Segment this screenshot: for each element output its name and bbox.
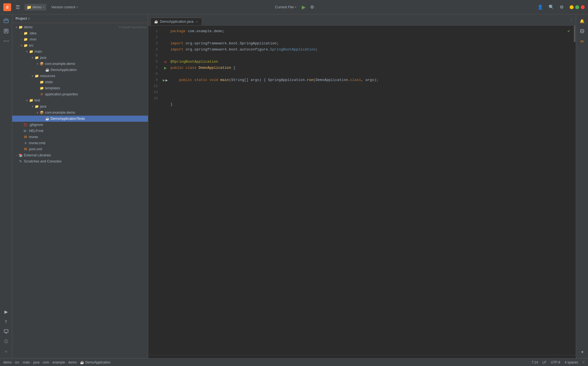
editor-tab-demo-application[interactable]: ☕ DemoApplication.java × [150, 18, 202, 25]
gutter-7[interactable]: ▶ [162, 65, 168, 71]
tree-item-extlibs[interactable]: › 📚 External Libraries [12, 152, 148, 158]
tree-item-com-example-demo-test[interactable]: ▼ 📦 com.example.demo [12, 110, 148, 116]
sidebar-icon-project[interactable] [2, 17, 11, 26]
tree-label-idea: .idea [29, 31, 147, 35]
hamburger-button[interactable]: ☰ [14, 3, 22, 11]
sidebar-right-maven[interactable]: m [578, 37, 587, 45]
encoding[interactable]: UTF-8 [551, 360, 560, 364]
tree-item-gitignore[interactable]: 🚫 .gitignore [12, 122, 148, 128]
breadcrumb-sep-3: › [31, 360, 32, 364]
gutter-3 [162, 40, 168, 47]
tree-label-mvnw: mvnw [29, 135, 147, 139]
tree-item-main[interactable]: ▼ 📁 main [12, 49, 148, 55]
breadcrumb-demo-application[interactable]: DemoApplication [85, 360, 110, 364]
minimize-button[interactable] [570, 5, 574, 9]
tree-label-static: static [45, 80, 147, 84]
line-gutter: ⊘ ▶ ▶ ▶ [162, 26, 168, 355]
tree-icon-static: 📁 [39, 80, 44, 84]
editor-hscrollbar[interactable] [148, 355, 576, 358]
sidebar-icon-more[interactable] [2, 37, 11, 45]
tree-arrow-com-example-demo: ▼ [36, 62, 39, 66]
run-button[interactable]: ▶ [301, 4, 307, 11]
tree-item-demo-application[interactable]: ☕ DemoApplication [12, 67, 148, 73]
version-control-dropdown-icon: ▾ [76, 6, 78, 9]
run-gutter-icon-9[interactable]: ▶ [163, 77, 165, 83]
code-content[interactable]: package com.example.demo; import org.spr… [168, 26, 576, 355]
breadcrumb-demo2[interactable]: demo [68, 360, 77, 364]
indent[interactable]: 4 spaces [565, 360, 578, 364]
tree-arrow-java-test: ▼ [31, 105, 34, 108]
project-dropdown-icon: ▾ [43, 6, 44, 9]
tree-item-mvnw[interactable]: M mvnw [12, 134, 148, 140]
tree-item-demo[interactable]: ▼ 📁 demo D:\IdeaProject\demo [12, 24, 148, 30]
sidebar-icon-run-dashboard[interactable]: ▶ [2, 307, 11, 316]
line-num-12: 12 [148, 83, 160, 89]
settings-button[interactable]: ⚙ [309, 4, 315, 10]
tree-icon-extlibs: 📚 [18, 153, 23, 157]
tree-icon-mvn: 📁 [23, 37, 28, 42]
tree-item-app-props[interactable]: ⚙ application.properties [12, 91, 148, 97]
code-editor: 1 2 3 4 5 6 7 8 9 12 13 14 [148, 26, 576, 355]
search-everywhere-icon[interactable]: 🔍 [547, 3, 556, 11]
tree-item-mvnwcmd[interactable]: ≡ mvnw.cmd [12, 140, 148, 146]
breadcrumb-com[interactable]: com [43, 360, 49, 364]
cursor-position[interactable]: 7:14 [532, 360, 538, 364]
line-num-13: 13 [148, 89, 160, 95]
tree-item-src[interactable]: ▼ 📁 src [12, 42, 148, 49]
editor-scrollbar[interactable] [574, 26, 576, 355]
tree-item-scratches[interactable]: ✎ Scratches and Consoles [12, 158, 148, 164]
breadcrumb-src[interactable]: src [15, 360, 19, 364]
tree-item-demo-app-tests[interactable]: ☕ DemoApplicationTests [12, 116, 148, 122]
sidebar-icon-terminal[interactable]: T [2, 317, 11, 326]
current-file-button[interactable]: Current File ▾ [273, 4, 299, 10]
breadcrumb-sep-1: › [13, 360, 14, 364]
editor-tab-more[interactable]: ⋮ [569, 17, 574, 22]
tree-item-java-test[interactable]: ▼ 📁 java [12, 103, 148, 110]
tree-item-idea[interactable]: › 📁 .idea [12, 30, 148, 36]
gutter-6[interactable]: ⊘ [162, 59, 168, 65]
tree-item-mvn[interactable]: › 📁 .mvn [12, 36, 148, 42]
breadcrumb-example[interactable]: example [52, 360, 65, 364]
sidebar-icon-info[interactable]: ⓘ [2, 337, 11, 346]
sidebar-icon-git[interactable]: ⑂ [2, 347, 11, 356]
tree-item-com-example-demo[interactable]: ▼ 📦 com.example.demo [12, 61, 148, 67]
breadcrumb-main[interactable]: main [23, 360, 30, 364]
breadcrumb-demo[interactable]: demo [3, 360, 12, 364]
code-line-8 [168, 71, 576, 77]
expand-icon-9[interactable]: ▶ [165, 77, 168, 83]
tree-item-helpmd[interactable]: M↓ HELP.md [12, 128, 148, 134]
project-nav[interactable]: 📁 demo ▾ [24, 4, 46, 11]
tree-icon-demo-app-tests: ☕ [45, 116, 49, 121]
editor-tab-close[interactable]: × [195, 20, 198, 24]
line-ending[interactable]: LF [542, 360, 546, 364]
tree-arrow-extlibs: › [14, 153, 18, 157]
run-gutter-icon-7[interactable]: ▶ [164, 65, 167, 71]
tree-item-pomxml[interactable]: M pom.xml [12, 146, 148, 152]
sidebar-right-database[interactable] [578, 27, 587, 35]
code-line-14 [168, 108, 576, 114]
tree-arrow-resources: ▼ [31, 74, 34, 78]
tree-label-main: main [34, 50, 147, 54]
tree-item-test[interactable]: ▼ 📁 test [12, 97, 148, 103]
gutter-9[interactable]: ▶ ▶ [162, 77, 168, 83]
sidebar-right-collapse[interactable]: ◂ [578, 347, 587, 356]
line-num-1: 1 [148, 28, 160, 34]
version-control-nav[interactable]: Version control ▾ [49, 4, 80, 10]
editor-area: ☕ DemoApplication.java × ⋮ 1 2 3 4 5 6 7… [148, 14, 576, 358]
tree-item-resources[interactable]: ▼ 📁 resources [12, 73, 148, 79]
ide-settings-icon[interactable]: ⚙ [558, 3, 565, 11]
tree-label-templates: templates [45, 86, 147, 90]
maximize-button[interactable] [575, 5, 579, 9]
vcs-icon[interactable]: ⑂ [582, 360, 585, 364]
tree-item-templates[interactable]: 📁 templates [12, 85, 148, 91]
tree-arrow-idea: › [19, 31, 23, 35]
collaboration-icon[interactable]: 👤 [536, 3, 545, 11]
tree-item-static[interactable]: 📁 static [12, 79, 148, 85]
sidebar-icon-display[interactable] [2, 327, 11, 336]
sidebar-icon-bookmarks[interactable] [2, 27, 11, 35]
tree-item-java-main[interactable]: ▼ 📁 java [12, 55, 148, 61]
breadcrumb-java[interactable]: java [33, 360, 39, 364]
sidebar-right-notifications[interactable]: 🔔 [578, 17, 587, 26]
line-num-5: 5 [148, 53, 160, 59]
close-button[interactable] [581, 5, 585, 9]
